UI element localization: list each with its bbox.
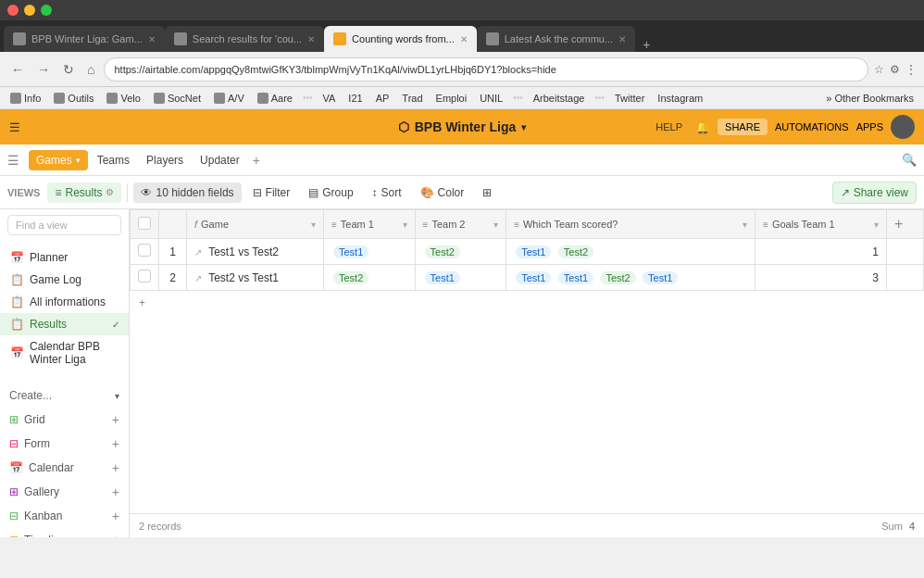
- create-timeline[interactable]: ⊠ Timeline +: [0, 528, 129, 537]
- tab-teams[interactable]: Teams: [90, 150, 137, 170]
- tab-close-4[interactable]: ✕: [618, 34, 626, 44]
- create-form[interactable]: ⊟ Form +: [0, 432, 129, 456]
- add-calendar-icon[interactable]: +: [112, 460, 119, 475]
- bookmark-info[interactable]: Info: [6, 91, 45, 106]
- bookmark-ap[interactable]: AP: [371, 91, 394, 106]
- tab-games[interactable]: Games ▾: [29, 150, 88, 170]
- back-button[interactable]: ←: [7, 60, 28, 79]
- col-expand-wt-icon[interactable]: ▾: [743, 220, 747, 230]
- search-input[interactable]: [7, 215, 121, 235]
- col-expand-t1-icon[interactable]: ▾: [403, 220, 407, 230]
- url-input[interactable]: https://airtable.com/appgqQy8mtwiGfKY3/t…: [104, 57, 868, 82]
- browser-tab-3[interactable]: Counting words from... ✕: [324, 26, 477, 52]
- bookmark-twitter[interactable]: Twitter: [610, 91, 649, 106]
- tab-close-3[interactable]: ✕: [460, 34, 468, 44]
- browser-tab-4[interactable]: Latest Ask the commu... ✕: [477, 26, 635, 52]
- add-tab-icon[interactable]: +: [253, 153, 260, 168]
- row1-which-team[interactable]: Test1 Test2: [506, 239, 755, 265]
- row1-team2[interactable]: Test2: [415, 239, 506, 265]
- create-grid[interactable]: ⊞ Grid +: [0, 408, 129, 432]
- bookmark-icon[interactable]: ☆: [874, 63, 884, 76]
- sidebar-item-game-log[interactable]: 📋 Game Log: [0, 269, 129, 291]
- tab-updater[interactable]: Updater: [193, 150, 247, 170]
- notification-icon[interactable]: 🔔: [695, 120, 710, 134]
- add-gallery-icon[interactable]: +: [112, 484, 119, 499]
- bookmark-unil[interactable]: UNIL: [475, 91, 507, 106]
- minimize-window-button[interactable]: [24, 5, 35, 16]
- browser-tab-1[interactable]: BPB Winter Liga: Gam... ✕: [4, 26, 165, 52]
- create-calendar[interactable]: 📅 Calendar +: [0, 456, 129, 480]
- menu-icon[interactable]: ⋮: [905, 63, 917, 76]
- share-view-button[interactable]: ↗ Share view: [832, 182, 917, 204]
- row1-team1[interactable]: Test1: [323, 239, 415, 265]
- row1-checkbox[interactable]: [131, 239, 159, 265]
- results-settings-icon[interactable]: ⚙: [106, 187, 114, 197]
- row1-select-checkbox[interactable]: [138, 244, 151, 257]
- tab-close-1[interactable]: ✕: [148, 34, 156, 44]
- automations-button[interactable]: AUTOMATIONS: [775, 121, 849, 132]
- home-button[interactable]: ⌂: [83, 60, 98, 79]
- forward-button[interactable]: →: [33, 60, 54, 79]
- new-tab-button[interactable]: +: [635, 37, 657, 52]
- bookmark-trad[interactable]: Trad: [397, 91, 427, 106]
- bookmark-outils[interactable]: Outils: [49, 91, 98, 106]
- row1-game[interactable]: ↗ Test1 vs Test2: [187, 239, 324, 265]
- row2-checkbox[interactable]: [131, 265, 159, 291]
- add-kanban-icon[interactable]: +: [112, 509, 119, 523]
- row2-game[interactable]: ↗ Test2 vs Test1: [187, 265, 324, 291]
- tab-close-2[interactable]: ✕: [307, 34, 315, 44]
- refresh-button[interactable]: ↻: [59, 60, 78, 79]
- add-timeline-icon[interactable]: +: [112, 533, 119, 537]
- create-kanban[interactable]: ⊟ Kanban +: [0, 504, 129, 528]
- bookmark-velo[interactable]: Velo: [102, 91, 144, 106]
- col-expand-t2-icon[interactable]: ▾: [493, 220, 498, 230]
- filter-button[interactable]: ⊟ Filter: [245, 182, 298, 203]
- bookmark-arbeitstage[interactable]: Arbeitstage: [529, 91, 590, 106]
- bookmark-va[interactable]: VA: [318, 91, 340, 106]
- add-column-icon[interactable]: +: [894, 216, 903, 232]
- tab-players[interactable]: Players: [139, 150, 191, 170]
- bookmark-other[interactable]: » Other Bookmarks: [821, 91, 918, 106]
- close-window-button[interactable]: [7, 5, 19, 16]
- maximize-window-button[interactable]: [41, 5, 52, 16]
- row2-select-checkbox[interactable]: [138, 270, 151, 283]
- user-avatar[interactable]: [891, 115, 915, 139]
- sidebar-item-planner[interactable]: 📅 Planner: [0, 246, 129, 269]
- color-button[interactable]: 🎨 Color: [413, 182, 472, 203]
- row2-team2[interactable]: Test1: [415, 265, 506, 291]
- row2-which-team[interactable]: Test1 Test1 Test2 Test1: [506, 265, 755, 291]
- row2-team1[interactable]: Test2: [323, 265, 415, 291]
- add-row-button[interactable]: +: [130, 291, 924, 315]
- sidebar-toggle-icon[interactable]: ☰: [7, 153, 19, 168]
- row-height-button[interactable]: ⊞: [475, 182, 499, 203]
- row2-expand-icon[interactable]: ↗: [194, 273, 202, 283]
- browser-tab-2[interactable]: Search results for 'cou... ✕: [165, 26, 324, 52]
- menu-hamburger-icon[interactable]: ☰: [9, 120, 20, 134]
- sidebar-item-results[interactable]: 📋 Results ✓: [0, 313, 129, 335]
- add-form-icon[interactable]: +: [112, 436, 119, 451]
- sidebar-item-all-info[interactable]: 📋 All informations: [0, 291, 129, 313]
- col-expand-g-icon[interactable]: ▾: [874, 220, 879, 230]
- sort-button[interactable]: ↕ Sort: [365, 182, 409, 203]
- bookmark-aare[interactable]: Aare: [253, 91, 297, 106]
- apps-button[interactable]: APPS: [856, 121, 883, 132]
- group-button[interactable]: ▤ Group: [301, 182, 360, 203]
- create-section-header[interactable]: Create... ▾: [0, 383, 129, 408]
- extensions-icon[interactable]: ⚙: [890, 63, 900, 76]
- share-button[interactable]: SHARE: [718, 119, 768, 135]
- row2-goals[interactable]: 3: [755, 265, 887, 291]
- bookmark-emploi[interactable]: Emploi: [431, 91, 472, 106]
- grid-container[interactable]: f Game ▾ ≡ Team 1 ▾: [130, 209, 924, 513]
- row1-goals[interactable]: 1: [755, 239, 887, 265]
- hidden-fields-button[interactable]: 👁 10 hidden fields: [133, 182, 241, 203]
- bookmark-i21[interactable]: I21: [343, 91, 367, 106]
- bookmark-av[interactable]: A/V: [209, 91, 249, 106]
- add-grid-icon[interactable]: +: [112, 412, 119, 427]
- sidebar-item-calendar[interactable]: 📅 Calendar BPB Winter Liga: [0, 335, 129, 371]
- help-button[interactable]: HELP: [650, 119, 688, 134]
- bookmark-instagram[interactable]: Instagram: [653, 91, 707, 106]
- select-all-checkbox[interactable]: [138, 217, 151, 230]
- results-view-button[interactable]: ≡ Results ⚙: [47, 182, 121, 203]
- bookmark-socnet[interactable]: SocNet: [149, 91, 206, 106]
- search-icon[interactable]: 🔍: [902, 153, 917, 167]
